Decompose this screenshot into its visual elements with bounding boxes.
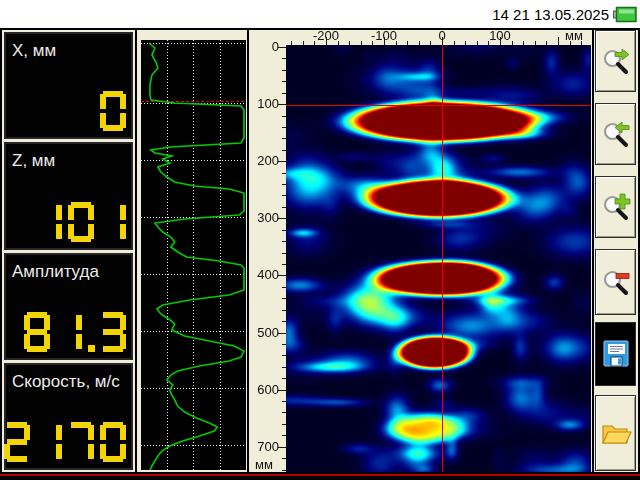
- bscan-panel: -200-1000100мм0100200300400500600700мм: [249, 30, 592, 472]
- readout-x-value: [100, 91, 126, 131]
- readout-z-label: Z, мм: [6, 144, 131, 171]
- top-axis-tick-label: -200: [306, 28, 346, 43]
- readout-z: Z, мм: [4, 142, 133, 249]
- datetime-label: 14 21 13.05.2025: [492, 6, 609, 23]
- readout-velocity: Скорость, м/с: [4, 363, 133, 470]
- readout-z-value: [36, 202, 126, 242]
- bottom-status-line: [0, 474, 640, 476]
- magnifier-arrow-left-icon: [601, 119, 631, 149]
- battery-icon: [613, 6, 637, 23]
- ascan-panel: [137, 30, 247, 472]
- readout-amplitude: Амплитуда: [4, 253, 133, 360]
- magnifier-arrow-right-icon: [601, 46, 631, 76]
- magnifier-plus-icon: [601, 192, 631, 222]
- ascan-plot: [141, 40, 246, 470]
- zoom-pan-right-button[interactable]: [595, 30, 636, 92]
- top-status-bar: 14 21 13.05.2025: [0, 0, 640, 28]
- depth-axis-tick-label: 300: [249, 210, 279, 225]
- depth-axis-tick-label: 700: [249, 439, 279, 454]
- depth-axis-tick-label: 500: [249, 325, 279, 340]
- magnifier-minus-icon: [601, 267, 631, 297]
- open-folder-button[interactable]: [595, 395, 636, 471]
- depth-axis-unit-label: мм: [255, 457, 273, 472]
- save-floppy-icon: [600, 338, 632, 370]
- top-axis-unit-label: мм: [565, 28, 583, 43]
- depth-axis-tick-label: 0: [249, 39, 279, 54]
- readout-velocity-value: [4, 422, 126, 462]
- top-axis-tick-label: -100: [364, 28, 404, 43]
- top-axis-tick-label: 100: [480, 28, 520, 43]
- bscan-image[interactable]: [286, 45, 591, 472]
- zoom-out-button[interactable]: [595, 249, 636, 315]
- depth-axis-tick-label: 200: [249, 153, 279, 168]
- save-button[interactable]: [595, 322, 636, 386]
- zoom-pan-left-button[interactable]: [595, 103, 636, 165]
- readout-amplitude-label: Амплитуда: [6, 255, 131, 282]
- open-folder-icon: [599, 418, 633, 448]
- depth-axis-tick-label: 100: [249, 96, 279, 111]
- readout-x: X, мм: [4, 32, 133, 139]
- depth-axis-tick-label: 600: [249, 382, 279, 397]
- readout-amplitude-value: [24, 312, 126, 352]
- readout-velocity-label: Скорость, м/с: [6, 365, 131, 392]
- depth-axis-tick-label: 400: [249, 267, 279, 282]
- right-toolbar: [594, 30, 638, 472]
- top-axis-tick-label: 0: [422, 28, 462, 43]
- measurement-readouts-panel: X, мм Z, мм Амплитуда Скорость, м/с: [2, 30, 135, 472]
- zoom-in-button[interactable]: [595, 176, 636, 238]
- readout-x-label: X, мм: [6, 34, 131, 61]
